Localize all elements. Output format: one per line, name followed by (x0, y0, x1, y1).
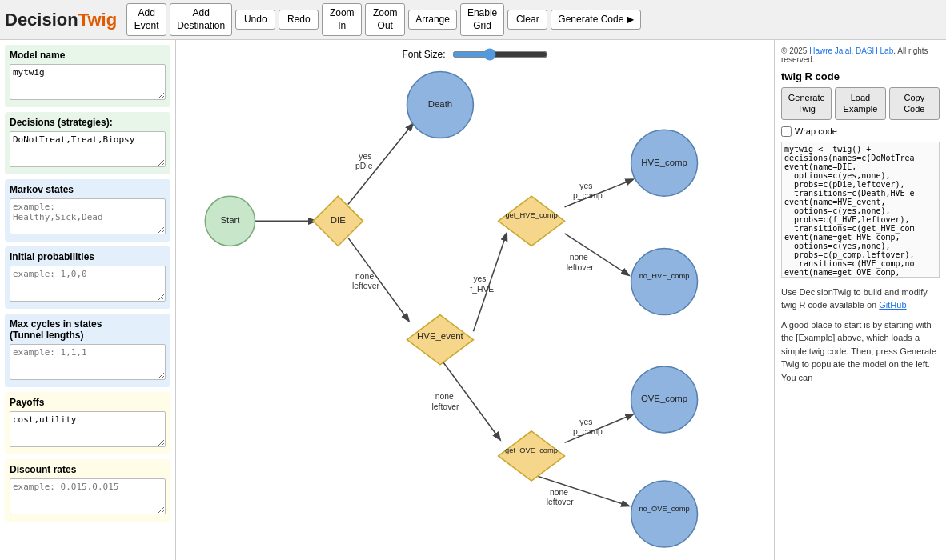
edge-getovecomp-ovecomp-label1: yes (579, 418, 592, 426)
toolbar: DecisionTwig Add Event Add Destination U… (0, 0, 946, 40)
initial-probs-input[interactable] (10, 266, 166, 302)
font-size-bar: Font Size: (402, 48, 547, 61)
edge-die-death-label2: pDie (355, 162, 373, 170)
generate-twig-button[interactable]: Generate Twig (781, 87, 832, 120)
copy-code-button[interactable]: Copy Code (889, 87, 940, 120)
diagram-canvas: yes pDie none leftover yes f_HVE none le… (176, 40, 774, 560)
payoffs-input[interactable] (10, 411, 166, 447)
wrap-code-checkbox[interactable] (781, 126, 792, 137)
load-example-button[interactable]: Load Example (835, 87, 885, 120)
node-get-hve-comp[interactable] (499, 196, 565, 246)
wrap-code-row: Wrap code (781, 126, 940, 137)
github-link[interactable]: GitHub (879, 300, 906, 310)
right-buttons-group: Generate Twig Load Example Copy Code (781, 87, 940, 120)
node-no-ove-comp[interactable] (631, 481, 698, 547)
generate-code-button[interactable]: Generate Code ▶ (551, 10, 640, 30)
logo-part2: Twig (78, 10, 117, 30)
node-death-label: Death (428, 99, 452, 109)
model-name-input[interactable] (10, 64, 166, 100)
desc2-text: A good place to start is by starting wit… (781, 320, 936, 382)
arrange-button[interactable]: Arrange (408, 10, 457, 30)
node-die-label: DIE (331, 216, 346, 226)
max-cycles-section: Max cycles in states (Tunnel lengths) (5, 314, 170, 387)
logo-part1: Decision (5, 10, 78, 30)
clear-button[interactable]: Clear (507, 10, 547, 30)
discount-label: Discount rates (10, 464, 166, 475)
node-no-hve-comp[interactable] (631, 249, 698, 315)
initial-probs-section: Initial probabilities (5, 246, 170, 309)
decisions-input[interactable] (10, 131, 166, 167)
node-get-hve-comp-label1: get_HVE_comp (505, 211, 557, 219)
node-hve-event-label1: HVE_event (417, 331, 464, 341)
zoom-out-button[interactable]: Zoom Out (365, 3, 405, 36)
edge-die-hveevent-label1: none (355, 272, 374, 281)
payoffs-label: Payoffs (10, 397, 166, 408)
right-description: Use DecisionTwig to build and modify twi… (781, 286, 940, 312)
redo-button[interactable]: Redo (279, 10, 319, 30)
edge-gethvecomp-hvecomp-label1: yes (579, 182, 592, 190)
wrap-code-label: Wrap code (795, 126, 837, 136)
left-panel: Model name Decisions (strategies): Marko… (0, 40, 176, 560)
node-ove-comp-label: OVE_comp (641, 394, 687, 404)
zoom-in-button[interactable]: Zoom In (322, 3, 362, 36)
canvas-area: Font Size: yes pDie none leftover yes (176, 40, 774, 560)
markov-states-input[interactable] (10, 198, 166, 234)
decisions-label: Decisions (strategies): (10, 117, 166, 128)
edge-hveevent-getovecomp-label1: none (435, 393, 454, 402)
copyright-link[interactable]: Hawre Jalal, DASH Lab (809, 46, 893, 55)
edge-die-death-label: yes (359, 152, 371, 161)
max-cycles-input[interactable] (10, 344, 166, 380)
edge-die-hveevent-label2: leftover (352, 282, 380, 291)
edge-getovecomp-ovecomp-label2: p_comp (573, 427, 603, 436)
edge-gethvecomp-hvecomp-label2: p_comp (573, 192, 603, 201)
right-panel-title: twig R code (781, 70, 940, 82)
code-output[interactable] (781, 142, 940, 278)
right-panel: © 2025 Hawre Jalal, DASH Lab. All rights… (774, 40, 946, 560)
edge-gethvecomp-nohvecomp-label1: none (570, 253, 588, 262)
node-hve-comp-label: HVE_comp (641, 158, 687, 167)
edge-getovecomp-noovecomp-label2: leftover (547, 498, 575, 506)
add-event-button[interactable]: Add Event (126, 3, 166, 36)
initial-probs-label: Initial probabilities (10, 251, 166, 262)
edge-hveevent-gethvecomp-label2: f_HVE (470, 285, 494, 294)
decisions-section: Decisions (strategies): (5, 112, 170, 174)
edge-gethvecomp-nohvecomp-label2: leftover (567, 263, 595, 272)
max-cycles-label: Max cycles in states (Tunnel lengths) (10, 318, 166, 341)
font-size-slider[interactable] (452, 48, 548, 61)
node-start-label: Start (220, 216, 240, 226)
markov-states-section: Markov states (5, 179, 170, 242)
undo-button[interactable]: Undo (235, 10, 275, 30)
node-no-ove-comp-label1: no_OVE_comp (639, 505, 689, 513)
edge-hveevent-gethvecomp-label1: yes (473, 274, 486, 283)
font-size-label: Font Size: (402, 49, 445, 60)
model-name-section: Model name (5, 45, 170, 107)
edge-getovecomp-noovecomp-label1: none (550, 488, 568, 497)
model-name-label: Model name (10, 50, 166, 61)
discount-section: Discount rates (5, 459, 170, 522)
node-no-hve-comp-label1: no_HVE_comp (639, 273, 690, 281)
enable-grid-button[interactable]: Enable Grid (460, 3, 504, 36)
node-get-ove-comp[interactable] (499, 431, 565, 481)
payoffs-section: Payoffs (5, 392, 170, 454)
add-destination-button[interactable]: Add Destination (170, 3, 232, 36)
main-area: Model name Decisions (strategies): Marko… (0, 40, 946, 560)
markov-states-label: Markov states (10, 184, 166, 195)
node-get-ove-comp-label1: get_OVE_comp (505, 446, 558, 454)
right-description2: A good place to start is by starting wit… (781, 318, 940, 385)
logo: DecisionTwig (5, 10, 117, 30)
copyright-text: © 2025 Hawre Jalal, DASH Lab. All rights… (781, 46, 940, 64)
edge-hveevent-getovecomp-label2: leftover (432, 402, 460, 411)
discount-input[interactable] (10, 478, 166, 514)
